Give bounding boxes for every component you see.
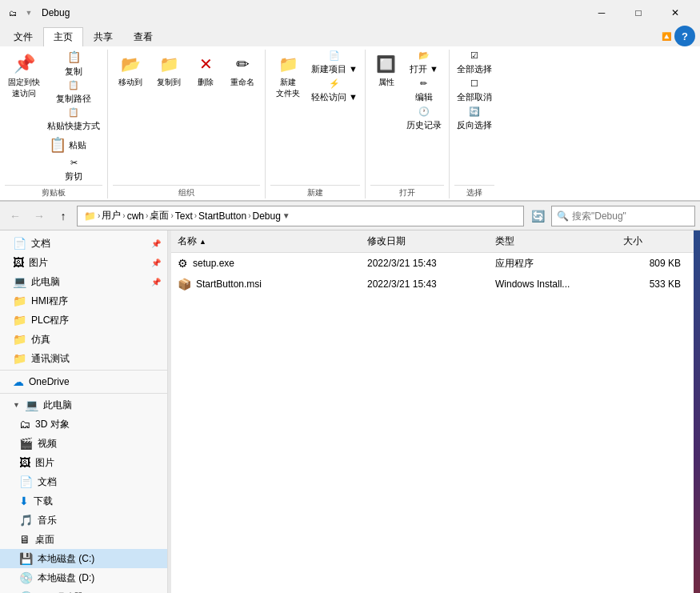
copy-path-label: 复制路径 (56, 93, 91, 105)
new-group: 📁 新建文件夹 📄 新建项目 ▼ ⚡ 轻松访问 ▼ (266, 50, 366, 198)
sidebar-item-music[interactable]: 🎵 音乐 (0, 511, 167, 530)
close-button[interactable]: ✕ (657, 0, 694, 26)
sidebar-item-pictures[interactable]: 🖼 图片 📌 (0, 253, 167, 272)
titlebar-controls: ─ □ ✕ (583, 0, 694, 26)
search-input[interactable] (572, 210, 692, 222)
pin-quick-access-button[interactable]: 📌 固定到快速访问 (5, 50, 43, 101)
tab-view[interactable]: 查看 (123, 27, 163, 46)
new-folder-icon: 📁 (275, 51, 301, 77)
copy-to-button[interactable]: 📁 复制到 (151, 50, 186, 90)
desktop-icon: 🖥 (19, 533, 30, 546)
sidebar-local-c-label: 本地磁盘 (C:) (38, 552, 94, 566)
sidebar-local-d-label: 本地磁盘 (D:) (38, 571, 94, 585)
deselect-label: 全部取消 (457, 91, 492, 103)
sidebar-item-sim[interactable]: 📁 仿真 (0, 330, 167, 349)
open-button[interactable]: 📂 打开 ▼ (404, 50, 444, 76)
local-d-icon: 💿 (19, 571, 33, 584)
tab-home[interactable]: 主页 (43, 27, 83, 46)
organize-buttons: 📂 移动到 📁 复制到 ✕ 删除 ✏ 重命名 (113, 50, 260, 183)
deselect-all-button[interactable]: ☐ 全部取消 (454, 78, 494, 104)
sidebar-item-3d[interactable]: 🗂 3D 对象 (0, 415, 167, 434)
new-item-button[interactable]: 📄 新建项目 ▼ (309, 50, 360, 76)
sidebar-plc-label: PLC程序 (31, 314, 69, 327)
paste-button[interactable]: 📋 粘贴 (45, 134, 102, 156)
back-button[interactable]: ← (5, 206, 26, 226)
sidebar-item-local-d[interactable]: 💿 本地磁盘 (D:) (0, 568, 167, 587)
address-path[interactable]: 📁 › 用户 › cwh › 桌面 › Text › StartButton ›… (77, 206, 524, 226)
sidebar-item-onedrive[interactable]: ☁ OneDrive (0, 372, 167, 391)
plc-icon: 📁 (13, 314, 26, 327)
paste-shortcut-button[interactable]: 📋 粘贴快捷方式 (45, 106, 102, 133)
path-user[interactable]: 用户 (102, 209, 121, 222)
comm-icon: 📁 (13, 352, 26, 365)
table-row[interactable]: 📦 StartButton.msi 2022/3/21 15:43 Window… (171, 274, 694, 294)
sidebar-item-downloads[interactable]: ⬇ 下载 (0, 491, 167, 511)
cut-button[interactable]: ✂ 剪切 (45, 157, 102, 183)
new-buttons: 📁 新建文件夹 📄 新建项目 ▼ ⚡ 轻松访问 ▼ (270, 50, 360, 183)
sidebar-sim-label: 仿真 (31, 333, 50, 347)
sidebar-item-hmi[interactable]: 📁 HMI程序 (0, 291, 167, 311)
edit-icon: ✏ (420, 78, 427, 89)
sidebar-item-plc[interactable]: 📁 PLC程序 (0, 311, 167, 330)
sidebar-item-thispc2[interactable]: ▼ 💻 此电脑 (0, 395, 167, 415)
file-type-2: Windows Install... (495, 278, 623, 290)
help-button[interactable]: ? (674, 26, 695, 46)
minimize-button[interactable]: ─ (583, 0, 620, 26)
sidebar-hmi-label: HMI程序 (31, 294, 68, 308)
sidebar-item-video[interactable]: 🎬 视频 (0, 434, 167, 453)
sidebar-item-documents[interactable]: 📄 文档 📌 (0, 234, 167, 253)
copy-path-button[interactable]: 📋 复制路径 (45, 79, 102, 106)
date-column-header[interactable]: 修改日期 (367, 234, 495, 248)
edit-button[interactable]: ✏ 编辑 (404, 78, 444, 104)
sidebar-item-this-pc[interactable]: 💻 此电脑 📌 (0, 272, 167, 291)
tab-file[interactable]: 文件 (3, 27, 43, 46)
forward-button[interactable]: → (29, 206, 50, 226)
clipboard-group: 📌 固定到快速访问 📋 复制 📋 复制路径 📋 (0, 50, 108, 198)
select-label: 选择 (454, 185, 494, 198)
select-all-button[interactable]: ☑ 全部选择 (454, 50, 494, 76)
sidebar-3d-label: 3D 对象 (35, 418, 70, 431)
sidebar-item-comm[interactable]: 📁 通讯测试 (0, 349, 167, 368)
ribbon-collapse-icon[interactable]: 🔼 (662, 32, 671, 41)
path-startbutton[interactable]: StartButton (198, 210, 246, 222)
path-debug[interactable]: Debug (252, 210, 280, 222)
open-label: 打开 (370, 185, 444, 198)
path-arrow-6: › (248, 211, 250, 220)
sidebar-item-documents2[interactable]: 📄 文档 (0, 472, 167, 491)
delete-button[interactable]: ✕ 删除 (190, 50, 222, 90)
path-desktop[interactable]: 桌面 (150, 209, 169, 222)
scissors-icon: ✂ (70, 158, 78, 168)
refresh-button[interactable]: 🔄 (527, 206, 548, 226)
maximize-button[interactable]: □ (620, 0, 657, 26)
search-box[interactable]: 🔍 (551, 206, 695, 226)
copy-icon: 📋 (67, 50, 81, 63)
name-column-header[interactable]: 名称 ▲ (178, 234, 367, 248)
file-name-2: 📦 StartButton.msi (178, 278, 367, 290)
deselect-icon: ☐ (470, 78, 478, 89)
up-button[interactable]: ↑ (53, 206, 74, 226)
path-cwh[interactable]: cwh (127, 210, 144, 222)
sidebar-item-pictures2[interactable]: 🖼 图片 (0, 453, 167, 472)
path-text[interactable]: Text (175, 210, 193, 222)
file-name-label-1: setup.exe (193, 258, 234, 269)
history-button[interactable]: 🕐 历史记录 (404, 106, 444, 132)
downloads-icon: ⬇ (19, 495, 29, 507)
easy-access-button[interactable]: ⚡ 轻松访问 ▼ (309, 78, 360, 104)
clipboard-label: 剪贴板 (5, 185, 102, 198)
thispc2-icon: 💻 (25, 399, 38, 411)
properties-button[interactable]: 🔲 属性 (370, 50, 402, 90)
sidebar-item-cd-f[interactable]: 💿 CD 驱动器 (F:) (0, 587, 167, 593)
move-to-button[interactable]: 📂 移动到 (113, 50, 148, 90)
sidebar-item-desktop[interactable]: 🖥 桌面 (0, 530, 167, 549)
new-folder-button[interactable]: 📁 新建文件夹 (270, 50, 306, 101)
table-row[interactable]: ⚙ setup.exe 2022/3/21 15:43 应用程序 809 KB (171, 253, 694, 274)
rename-button[interactable]: ✏ 重命名 (225, 50, 260, 90)
sidebar-item-local-c[interactable]: 💾 本地磁盘 (C:) (0, 549, 167, 568)
documents2-icon: 📄 (19, 475, 33, 488)
size-column-header[interactable]: 大小 (623, 234, 687, 248)
invert-label: 反向选择 (457, 119, 492, 131)
type-column-header[interactable]: 类型 (495, 234, 623, 248)
invert-selection-button[interactable]: 🔄 反向选择 (454, 106, 494, 132)
copy-button[interactable]: 📋 复制 (45, 50, 102, 78)
tab-share[interactable]: 共享 (83, 27, 123, 46)
